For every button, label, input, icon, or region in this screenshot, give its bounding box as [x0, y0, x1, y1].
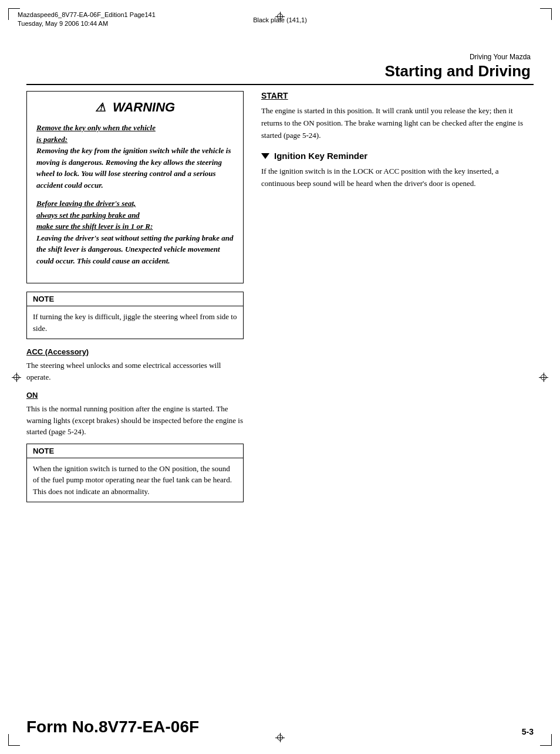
acc-text: The steering wheel unlocks and some elec…	[26, 360, 244, 383]
start-heading: START	[261, 91, 534, 100]
warning-box: ⚠ WARNING Remove the key only when the v…	[26, 91, 244, 283]
warning-paragraph-1: Remove the key only when the vehicle is …	[36, 122, 234, 191]
warning-p1-line2: is parked:	[36, 135, 68, 144]
warning-p1-underline: Remove the key only when the vehicle is …	[36, 123, 156, 144]
note-content-1: If turning the key is difficult, jiggle …	[27, 306, 243, 339]
reg-mark-br	[540, 734, 552, 746]
ignition-heading-text: Ignition Key Reminder	[274, 151, 367, 161]
warning-p1-line1: Remove the key only when the vehicle	[36, 123, 156, 132]
note-content-2: When the ignition switch is turned to th…	[27, 458, 243, 502]
crosshair-right	[539, 373, 548, 382]
crosshair-left	[12, 373, 21, 382]
warning-p2-line2: always set the parking brake and	[36, 211, 140, 219]
ignition-text: If the ignition switch is in the LOCK or…	[261, 165, 534, 190]
page-subtitle: Driving Your Mazda	[385, 53, 531, 61]
page-title-section: Driving Your Mazda Starting and Driving	[385, 53, 531, 80]
acc-heading: ACC (Accessory)	[26, 347, 244, 356]
warning-title: WARNING	[113, 100, 175, 114]
ignition-heading: Ignition Key Reminder	[261, 151, 534, 161]
page-title-main: Starting and Driving	[385, 62, 531, 80]
right-column: START The engine is started in this posi…	[261, 91, 534, 695]
warning-header: ⚠ WARNING	[36, 100, 234, 115]
footer: Form No.8V77-EA-06F 5-3	[26, 718, 534, 736]
page-container: Mazdaspeed6_8V77-EA-06F_Edition1 Page141…	[0, 0, 560, 754]
footer-form: Form No.8V77-EA-06F	[26, 718, 199, 736]
warning-triangle-icon: ⚠	[95, 100, 106, 114]
start-text: The engine is started in this position. …	[261, 105, 534, 141]
warning-p2-underline: Before leaving the driver's seat, always…	[36, 199, 153, 231]
warning-p1-body: Removing the key from the ignition switc…	[36, 146, 231, 190]
note-box-2: NOTE When the ignition switch is turned …	[26, 444, 244, 503]
left-column: ⚠ WARNING Remove the key only when the v…	[26, 91, 244, 695]
warning-text: Remove the key only when the vehicle is …	[36, 122, 234, 266]
note-header-2: NOTE	[27, 444, 243, 458]
reg-mark-bl	[8, 734, 20, 746]
content-area: ⚠ WARNING Remove the key only when the v…	[26, 91, 534, 695]
note-header-1: NOTE	[27, 292, 243, 306]
triangle-down-icon	[261, 153, 269, 159]
warning-paragraph-2: Before leaving the driver's seat, always…	[36, 198, 234, 266]
on-heading: ON	[26, 391, 244, 400]
header-plate: Black plate (141,1)	[0, 16, 560, 23]
title-rule	[26, 84, 534, 85]
note-box-1: NOTE If turning the key is difficult, ji…	[26, 292, 244, 339]
warning-p2-line3: make sure the shift lever is in 1 or R:	[36, 222, 153, 231]
on-text: This is the normal running position afte…	[26, 403, 244, 438]
warning-p2-line1: Before leaving the driver's seat,	[36, 199, 136, 208]
warning-p2-body: Leaving the driver's seat without settin…	[36, 234, 234, 265]
footer-page: 5-3	[522, 727, 534, 736]
